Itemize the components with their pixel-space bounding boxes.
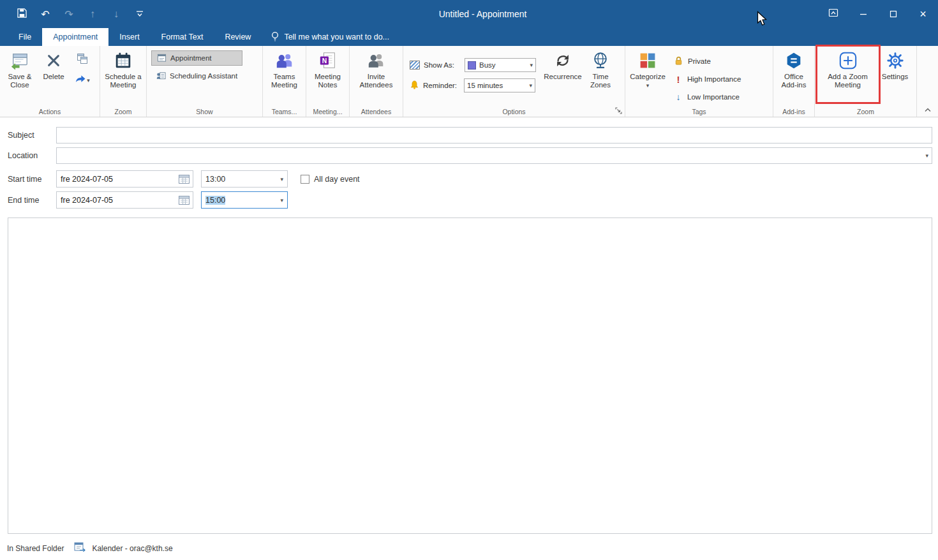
show-appointment-button[interactable]: Appointment <box>151 50 242 66</box>
previous-item-button[interactable]: ↑ <box>85 6 100 22</box>
tab-insert[interactable]: Insert <box>108 28 150 46</box>
scheduling-assistant-icon <box>156 71 166 82</box>
ribbon-display-options-button[interactable] <box>818 0 848 28</box>
minimize-icon <box>860 8 867 21</box>
location-combo: ▾ <box>56 147 932 164</box>
high-importance-icon: ! <box>674 74 683 85</box>
tab-format-text[interactable]: Format Text <box>151 28 214 46</box>
tab-appointment[interactable]: Appointment <box>42 28 108 46</box>
schedule-a-meeting-button[interactable]: Schedule a Meeting <box>102 47 144 89</box>
all-day-checkbox[interactable] <box>301 175 309 184</box>
ribbon-group-actions: Save & Close Delete ▾ <box>0 46 100 117</box>
show-as-icon <box>410 61 420 70</box>
subject-label: Subject <box>8 131 56 140</box>
location-row: Location ▾ <box>8 147 932 164</box>
show-as-value: Busy <box>479 61 496 69</box>
ribbon-group-show: Appointment Scheduling Assistant Show <box>147 46 263 117</box>
time-zones-button[interactable]: Time Zones <box>586 47 615 89</box>
add-zoom-meeting-label: Add a Zoom Meeting <box>819 73 877 89</box>
save-and-close-icon <box>10 50 30 71</box>
location-label: Location <box>8 151 56 160</box>
delete-button[interactable]: Delete <box>38 47 69 81</box>
appointment-window: ↶ ↷ ↑ ↓ Untitled - Appointment <box>0 0 938 560</box>
end-time-row: End time 15:00 ▾ <box>8 191 932 209</box>
tell-me-box[interactable]: Tell me what you want to do... <box>262 28 398 46</box>
zoom-settings-button[interactable]: Settings <box>877 47 913 81</box>
invite-attendees-button[interactable]: Invite Attendees <box>355 47 398 89</box>
collapse-ribbon-button[interactable] <box>923 105 933 114</box>
private-button[interactable]: Private <box>674 54 741 68</box>
end-date-input[interactable] <box>57 192 193 208</box>
low-importance-label: Low Importance <box>687 93 740 101</box>
recurrence-label: Recurrence <box>544 73 581 81</box>
ribbon-group-zoom-schedule: Schedule a Meeting Zoom <box>100 46 147 117</box>
save-button[interactable] <box>14 6 29 22</box>
show-as-dropdown-icon[interactable]: ▾ <box>530 62 533 68</box>
show-as-label: Show As: <box>424 61 461 69</box>
tab-review[interactable]: Review <box>214 28 262 46</box>
delete-label: Delete <box>43 73 64 81</box>
tags-right-column: Private ! High Importance ↓ Low Importan… <box>669 47 741 104</box>
save-icon <box>17 8 27 20</box>
time-zones-label: Time Zones <box>586 73 615 89</box>
end-time-value: 15:00 <box>205 196 225 205</box>
private-label: Private <box>688 57 711 65</box>
close-button[interactable]: × <box>908 0 938 28</box>
categorize-button[interactable]: Categorize ▾ <box>627 47 669 88</box>
zoom-schedule-group-label: Zoom <box>100 108 146 115</box>
maximize-button[interactable] <box>878 0 908 28</box>
start-time-dropdown-icon[interactable]: ▾ <box>280 176 283 182</box>
teams-meeting-button[interactable]: Teams Meeting <box>265 47 304 89</box>
svg-text:N: N <box>322 57 326 64</box>
start-time-combo[interactable]: 13:00 ▾ <box>201 170 288 188</box>
copy-to-my-calendar-button[interactable] <box>77 53 88 66</box>
low-importance-button[interactable]: ↓ Low Importance <box>674 90 741 104</box>
teams-meeting-label: Teams Meeting <box>265 73 304 89</box>
reminder-dropdown-icon[interactable]: ▾ <box>529 82 532 89</box>
reminder-combo[interactable]: 15 minutes ▾ <box>464 78 535 92</box>
ribbon-group-meeting-notes: N Meeting Notes Meeting... <box>306 46 350 117</box>
customize-qat-icon <box>136 8 144 20</box>
start-date-input[interactable] <box>57 171 193 187</box>
customize-qat-button[interactable] <box>132 6 147 22</box>
minimize-button[interactable] <box>848 0 878 28</box>
appointment-body-editor[interactable] <box>8 217 932 534</box>
meeting-notes-button[interactable]: N Meeting Notes <box>309 47 347 89</box>
undo-button[interactable]: ↶ <box>38 6 53 22</box>
high-importance-button[interactable]: ! High Importance <box>674 72 741 86</box>
end-time-dropdown-icon[interactable]: ▾ <box>280 197 283 203</box>
save-and-close-label: Save & Close <box>1 73 38 89</box>
show-as-combo[interactable]: Busy ▾ <box>465 58 536 72</box>
start-time-row: Start time 13:00 ▾ All day event <box>8 170 932 188</box>
zoom-settings-label: Settings <box>882 73 909 81</box>
actions-small-buttons: ▾ <box>69 47 96 85</box>
zoom-add-wrap: Add a Zoom Meeting <box>819 47 877 89</box>
start-date-field <box>56 170 193 188</box>
teams-icon <box>274 50 295 71</box>
undo-icon: ↶ <box>41 8 49 20</box>
globe-icon <box>590 50 611 71</box>
ribbon-group-tags: Categorize ▾ Private ! High Importance ↓… <box>625 46 773 117</box>
end-date-picker-icon[interactable] <box>179 195 190 207</box>
maximize-icon <box>890 8 897 21</box>
end-time-label: End time <box>8 196 56 205</box>
end-time-combo[interactable]: 15:00 ▾ <box>201 191 288 209</box>
recurrence-button[interactable]: Recurrence <box>540 47 586 81</box>
office-addins-button[interactable]: Office Add-ins <box>776 47 812 89</box>
low-importance-icon: ↓ <box>674 92 683 102</box>
location-input[interactable] <box>56 147 932 164</box>
save-and-close-button[interactable]: Save & Close <box>1 47 38 89</box>
redo-button[interactable]: ↷ <box>61 6 77 22</box>
scheduling-assistant-button[interactable]: Scheduling Assistant <box>151 68 242 84</box>
ribbon-group-zoom: Add a Zoom Meeting Settings Zoom <box>815 46 917 117</box>
next-item-button[interactable]: ↓ <box>108 6 124 22</box>
up-arrow-icon: ↑ <box>90 8 95 20</box>
add-zoom-meeting-button[interactable]: Add a Zoom Meeting <box>819 47 877 89</box>
high-importance-label: High Importance <box>687 75 741 83</box>
start-date-picker-icon[interactable] <box>179 174 190 186</box>
subject-input[interactable] <box>56 127 932 144</box>
start-time-value: 13:00 <box>205 175 225 184</box>
location-dropdown-icon[interactable]: ▾ <box>925 152 928 159</box>
tab-file[interactable]: File <box>8 28 42 46</box>
forward-button[interactable]: ▾ <box>75 75 90 85</box>
